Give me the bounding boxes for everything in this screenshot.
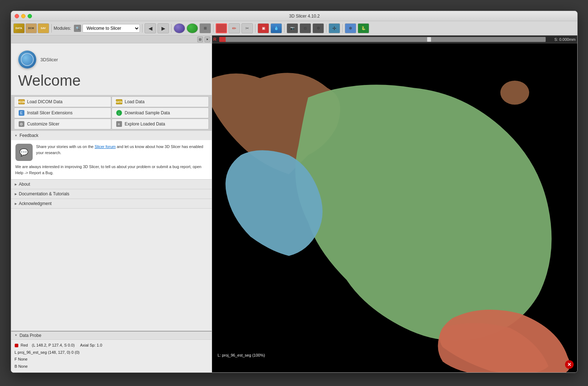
acknowledgment-section-header[interactable]: ▶ Acknowledgment xyxy=(11,199,212,208)
pin-button[interactable]: ⊟ xyxy=(197,37,203,42)
slicer-logo-inner xyxy=(21,53,34,66)
svg-point-1 xyxy=(500,81,529,105)
docs-section-header[interactable]: ▶ Documentation & Tutorials xyxy=(11,189,212,199)
main-window: 3D Slicer 4.10.2 DATA DCM SAV Modules: 🔍… xyxy=(11,11,578,373)
view-button-2[interactable]: ⊡ xyxy=(300,23,311,33)
viewer-toolbar: R S: 0.000mm xyxy=(212,35,577,43)
separator-5 xyxy=(255,24,255,33)
feedback-text: Share your stories with us on the Slicer… xyxy=(36,144,207,156)
probe-content: Red (L 148.2, P 127.4, S 0.0) Axial Sp: … xyxy=(11,340,212,372)
separator-6 xyxy=(284,24,284,33)
app-name: 3DSlicer xyxy=(41,57,58,62)
slice-slider[interactable] xyxy=(219,37,545,42)
install-extensions-button[interactable]: E Install Slicer Extensions xyxy=(14,108,111,118)
main-toolbar: DATA DCM SAV Modules: 🔍 Welcome to Slice… xyxy=(11,21,577,35)
welcome-header: 3DSlicer xyxy=(11,43,212,72)
data-probe: ▼ Data Probe Red (L 148.2, P 127.4, S 0.… xyxy=(11,331,212,372)
feedback-text-2: We are always interested in improving 3D… xyxy=(15,164,207,176)
load-dicom-label: Load DICOM Data xyxy=(27,99,63,104)
install-ext-label: Install Slicer Extensions xyxy=(27,110,73,115)
scissors-button[interactable]: ✂ xyxy=(241,23,253,33)
explore-loaded-data-button[interactable]: ≡ Explore Loaded Data xyxy=(112,119,209,129)
segmentation-canvas xyxy=(212,43,577,372)
separator-8 xyxy=(342,24,343,33)
slicer-forum-link[interactable]: Slicer forum xyxy=(95,144,116,149)
close-viewer-button[interactable]: ✕ xyxy=(565,360,574,369)
separator-1 xyxy=(51,24,52,33)
window-title: 3D Slicer 4.10.2 xyxy=(36,14,574,19)
dcm-button[interactable]: DCM xyxy=(25,23,37,33)
feedback-title: Feedback xyxy=(19,133,38,138)
data-icon: DATA xyxy=(116,99,123,105)
modules-dropdown[interactable]: Welcome to Slicer xyxy=(83,24,140,33)
docs-arrow: ▶ xyxy=(15,192,17,196)
snowflake-button[interactable]: ❄ xyxy=(345,23,356,33)
load-dicom-button[interactable]: DICOM Load DICOM Data xyxy=(14,96,111,107)
expand-panel-button[interactable]: ✕ xyxy=(204,37,210,42)
customize-icon: ⚙ xyxy=(18,121,25,127)
explore-icon: ≡ xyxy=(116,121,123,127)
data-button[interactable]: DATA xyxy=(13,23,25,33)
title-bar: 3D Slicer 4.10.2 xyxy=(11,11,577,21)
slice-view-button[interactable] xyxy=(187,23,198,33)
feedback-section-header[interactable]: ▼ Feedback xyxy=(11,131,212,140)
customize-slicer-button[interactable]: ⚙ Customize Slicer xyxy=(14,119,111,129)
minimize-window-button[interactable] xyxy=(21,14,25,18)
pencil-button[interactable]: ✏ xyxy=(229,23,240,33)
about-section-header[interactable]: ▶ About xyxy=(11,180,212,189)
feedback-arrow: ▼ xyxy=(15,134,18,137)
segmentation-svg xyxy=(212,43,577,372)
customize-label: Customize Slicer xyxy=(27,121,60,127)
load-data-button[interactable]: DATA Load Data xyxy=(112,96,209,107)
save-button[interactable]: SAV xyxy=(38,23,49,33)
feedback-icon: 💬 xyxy=(15,144,33,161)
probe-axial: Axial Sp: 1.0 xyxy=(80,343,102,347)
download-sample-label: Download Sample Data xyxy=(125,110,170,115)
python-button[interactable]: 🐍 xyxy=(358,23,369,33)
welcome-title: Welcome xyxy=(11,72,212,95)
docs-section: ▶ Documentation & Tutorials xyxy=(11,189,212,199)
select-button[interactable]: ▣ xyxy=(258,23,269,33)
crosshair-button[interactable]: ✛ xyxy=(329,23,340,33)
about-title: About xyxy=(19,182,30,187)
probe-title: Data Probe xyxy=(19,333,41,338)
sample-icon: ↓ xyxy=(116,110,123,116)
data-probe-header[interactable]: ▼ Data Probe xyxy=(11,332,212,340)
water-button[interactable]: 💧 xyxy=(271,23,282,33)
viewer-canvas[interactable]: L: proj_96_est_seg (100%) ✕ xyxy=(212,43,577,372)
settings-button[interactable]: ⚙ xyxy=(312,23,324,33)
acknowledgment-arrow: ▶ xyxy=(15,202,17,205)
markup-button[interactable] xyxy=(216,23,227,33)
slider-track xyxy=(219,37,545,42)
left-panel: ⊟ ✕ 3DSlicer Welcome DICOM xyxy=(11,35,212,372)
separator-7 xyxy=(326,24,326,33)
traffic-lights xyxy=(15,14,32,18)
probe-layer-b: B None xyxy=(15,363,208,370)
extensions-icon: E xyxy=(18,110,25,116)
dicom-icon: DICOM xyxy=(18,99,25,105)
3d-view-button[interactable] xyxy=(174,23,185,33)
screen-capture-button[interactable]: 📷 xyxy=(287,23,298,33)
probe-red-row: Red (L 148.2, P 127.4, S 0.0) Axial Sp: … xyxy=(15,342,208,349)
slider-thumb[interactable] xyxy=(427,37,431,42)
forward-button[interactable]: ▶ xyxy=(157,23,169,33)
probe-layer-l: L proj_96_est_seg (148, 127, 0) 0 (0) xyxy=(15,349,208,356)
close-window-button[interactable] xyxy=(15,14,19,18)
feedback-section: ▼ Feedback 💬 Share your stories with us … xyxy=(11,131,212,180)
acknowledgment-section: ▶ Acknowledgment xyxy=(11,199,212,209)
probe-layer-f: F None xyxy=(15,356,208,363)
modules-search-icon[interactable]: 🔍 xyxy=(74,25,81,32)
load-data-label: Load Data xyxy=(125,99,145,104)
back-button[interactable]: ◀ xyxy=(145,23,156,33)
about-arrow: ▶ xyxy=(15,183,17,186)
about-section: ▶ About xyxy=(11,180,212,189)
maximize-window-button[interactable] xyxy=(28,14,32,18)
separator-2 xyxy=(142,24,142,33)
docs-title: Documentation & Tutorials xyxy=(19,191,70,196)
probe-channel: Red xyxy=(21,343,28,347)
download-sample-button[interactable]: ↓ Download Sample Data xyxy=(112,108,209,118)
welcome-content: 3DSlicer Welcome DICOM Load DICOM Data D… xyxy=(11,43,212,331)
probe-coords: (L 148.2, P 127.4, S 0.0) xyxy=(32,343,75,347)
main-area: ⊟ ✕ 3DSlicer Welcome DICOM xyxy=(11,35,577,372)
layout-button[interactable]: ⊞ xyxy=(199,23,211,33)
